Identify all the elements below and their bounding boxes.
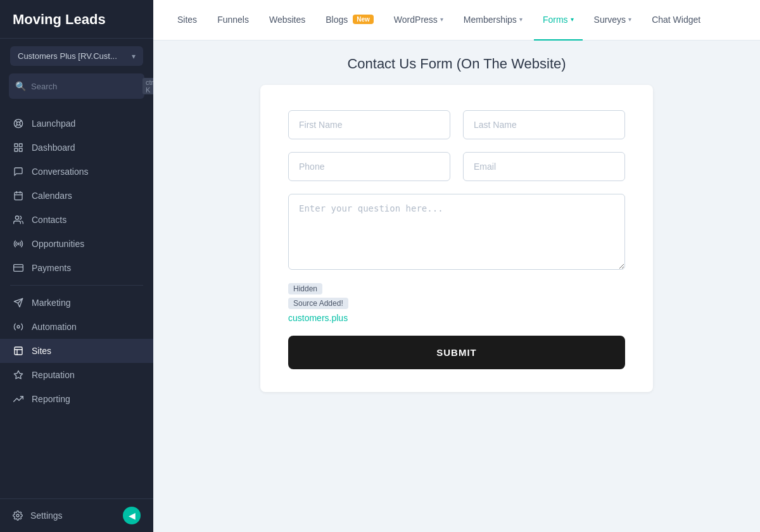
tab-chat-widget[interactable]: Chat Widget [643,0,709,41]
sites-icon [13,345,24,357]
sidebar-item-sites[interactable]: Sites [0,339,153,363]
svg-rect-11 [15,193,22,200]
contacts-icon [13,214,24,225]
sidebar-item-label: Sites [32,346,51,356]
submit-button[interactable]: SUBMIT [288,336,625,369]
sidebar-item-reporting[interactable]: Reporting [0,387,153,411]
collapse-button[interactable]: ◀ [123,507,141,524]
reporting-icon [13,393,24,405]
email-input[interactable] [463,152,625,181]
last-name-field [463,110,625,139]
chevron-down-icon: ▾ [571,16,574,23]
name-row [288,110,625,139]
content-area: Contact Us Form (On The Website) [153,41,760,532]
svg-point-16 [18,243,20,245]
sidebar-header: Moving Leads [0,0,153,39]
sidebar-item-dashboard[interactable]: Dashboard [0,136,153,160]
settings-nav-item[interactable]: Settings [13,510,63,521]
svg-point-21 [17,326,20,328]
tab-websites[interactable]: Websites [260,0,314,41]
svg-rect-7 [15,144,18,147]
chat-icon [13,166,24,177]
blogs-new-badge: New [353,15,374,24]
tab-blogs[interactable]: Blogs New [317,0,383,41]
reputation-icon [13,369,24,381]
sidebar-item-label: Calendars [32,191,72,201]
sidebar: Moving Leads Customers Plus [RV.Cust... … [0,0,153,532]
question-textarea[interactable] [288,194,625,270]
sidebar-item-marketing[interactable]: Marketing [0,291,153,315]
top-nav: Sites Funnels Websites Blogs New WordPre… [153,0,760,41]
sidebar-item-conversations[interactable]: Conversations [0,160,153,184]
svg-rect-10 [15,149,18,152]
first-name-input[interactable] [288,110,450,139]
search-bar: 🔍 ctrl K + [9,73,144,99]
sidebar-item-label: Marketing [32,298,70,308]
dashboard-icon [13,142,24,153]
sidebar-item-launchpad[interactable]: Launchpad [0,111,153,136]
opportunities-icon [13,238,24,250]
sidebar-item-label: Launchpad [32,118,75,129]
hidden-section: Hidden Source Added! customers.plus [288,282,625,323]
last-name-input[interactable] [463,110,625,139]
svg-rect-8 [19,144,22,147]
marketing-icon [13,297,24,308]
search-kbd: ctrl K [142,78,153,94]
source-value: customers.plus [288,313,625,323]
svg-point-26 [16,514,19,517]
tab-memberships[interactable]: Memberships ▾ [455,0,531,41]
sidebar-item-calendars[interactable]: Calendars [0,184,153,208]
app-logo: Moving Leads [13,11,141,28]
sidebar-item-automation[interactable]: Automation [0,315,153,339]
calendar-icon [13,190,24,201]
sidebar-item-label: Reputation [32,370,75,380]
svg-line-6 [15,125,17,127]
svg-rect-22 [15,347,22,355]
search-input[interactable] [31,82,137,91]
settings-icon [13,510,23,521]
svg-rect-9 [19,149,22,152]
sidebar-footer: Settings ◀ [0,498,153,532]
search-icon: 🔍 [15,81,26,91]
source-added-badge: Source Added! [288,298,348,309]
sidebar-item-label: Contacts [32,215,66,225]
rocket-icon [13,118,24,129]
hidden-badge: Hidden [288,283,322,294]
sidebar-item-reputation[interactable]: Reputation [0,363,153,387]
automation-icon [13,321,24,332]
form-title: Contact Us Form (On The Website) [347,56,566,72]
sidebar-item-label: Automation [32,322,77,332]
svg-line-3 [20,125,22,127]
chevron-down-icon: ▾ [628,16,631,23]
tab-sites[interactable]: Sites [168,0,206,41]
sidebar-nav: Launchpad Dashboard Conversations Calend… [0,106,153,498]
tab-wordpress[interactable]: WordPress ▾ [385,0,452,41]
sidebar-item-label: Opportunities [32,239,84,249]
main-content: Sites Funnels Websites Blogs New WordPre… [153,0,760,532]
contact-row [288,152,625,181]
sidebar-divider [10,285,143,286]
svg-line-2 [15,121,17,123]
tab-funnels[interactable]: Funnels [208,0,258,41]
sidebar-item-label: Payments [32,263,71,273]
svg-rect-17 [14,265,23,272]
chevron-down-icon: ▾ [519,16,522,23]
account-switcher[interactable]: Customers Plus [RV.Cust... ▾ [10,46,143,66]
sidebar-item-contacts[interactable]: Contacts [0,208,153,232]
phone-field [288,152,450,181]
tab-surveys[interactable]: Surveys ▾ [585,0,641,41]
svg-point-15 [15,216,18,219]
first-name-field [288,110,450,139]
tab-forms[interactable]: Forms ▾ [534,0,583,41]
svg-marker-25 [14,371,22,379]
account-name: Customers Plus [RV.Cust... [18,51,117,61]
sidebar-item-payments[interactable]: Payments [0,256,153,280]
sidebar-item-opportunities[interactable]: Opportunities [0,232,153,256]
sidebar-item-label: Reporting [32,394,70,404]
email-field [463,152,625,181]
phone-input[interactable] [288,152,450,181]
chevron-down-icon: ▾ [132,52,136,61]
sidebar-item-label: Dashboard [32,142,75,153]
settings-label: Settings [30,510,63,521]
svg-line-5 [20,121,21,122]
